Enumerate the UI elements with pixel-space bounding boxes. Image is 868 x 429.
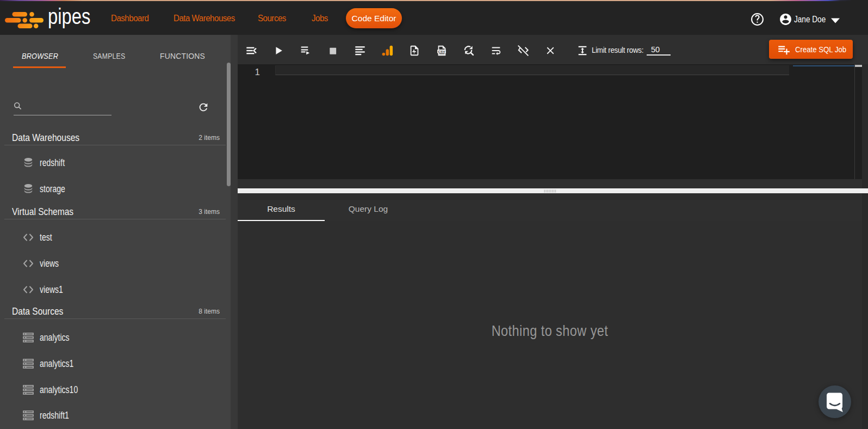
svg-text:CSV: CSV: [438, 50, 446, 53]
